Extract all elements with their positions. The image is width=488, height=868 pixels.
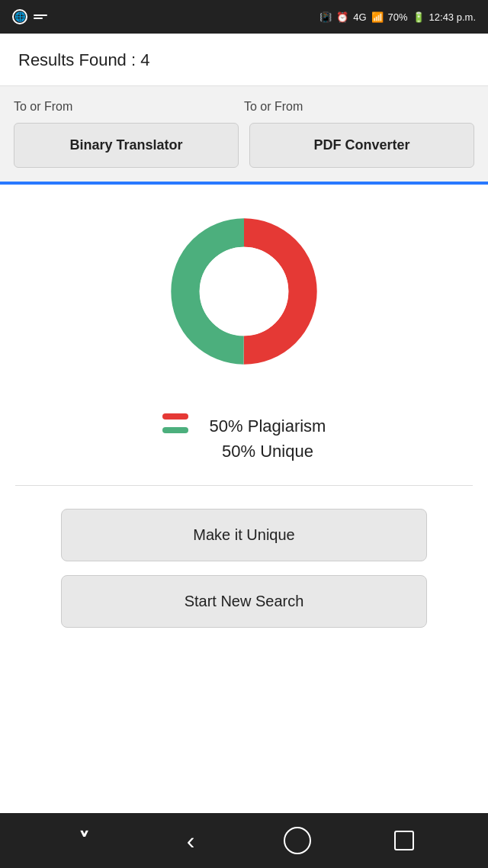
signal-label: 4G (353, 11, 366, 23)
alarm-icon: ⏰ (336, 11, 348, 23)
signal-bars-icon: 📶 (371, 11, 384, 23)
status-right: 📳 ⏰ 4G 📶 70% 🔋 12:43 p.m. (319, 11, 476, 23)
nav-home-button[interactable] (281, 824, 314, 857)
nav-square-icon (394, 831, 414, 850)
pdf-converter-button[interactable]: PDF Converter (249, 123, 474, 168)
battery-label: 70% (388, 11, 408, 23)
tools-section: To or From To or From Binary Translator … (0, 86, 488, 175)
legend-green-bar (162, 427, 188, 433)
legend-items (162, 413, 188, 433)
legend-red-bar (162, 413, 188, 420)
nav-home-icon (284, 827, 311, 854)
unique-stat: 50% Unique (210, 439, 326, 464)
stats-text: 50% Plagiarism 50% Unique (210, 413, 326, 464)
legend-plagiarism (162, 413, 188, 420)
globe-icon: 🌐 (12, 9, 27, 24)
nav-recents-button[interactable] (387, 824, 421, 857)
tool-label-2: To or From (244, 100, 474, 114)
tool-label-1: To or From (14, 100, 244, 114)
donut-chart (160, 207, 328, 375)
legend-section: 50% Plagiarism 50% Unique (15, 413, 473, 486)
plagiarism-stat: 50% Plagiarism (210, 413, 326, 439)
make-unique-button[interactable]: Make it Unique (61, 509, 427, 561)
results-section: Results Found : 4 (0, 34, 488, 86)
nav-back-button[interactable] (174, 824, 207, 857)
chart-card: 50% Plagiarism 50% Unique Make it Unique… (0, 182, 488, 813)
bottom-nav (0, 813, 488, 868)
battery-icon: 🔋 (413, 11, 425, 23)
tools-labels: To or From To or From (14, 100, 474, 114)
action-buttons: Make it Unique Start New Search (15, 509, 473, 628)
nav-down-button[interactable] (67, 824, 101, 857)
time-label: 12:43 p.m. (429, 11, 476, 23)
start-new-search-button[interactable]: Start New Search (61, 575, 427, 628)
results-text: Results Found : 4 (18, 50, 149, 69)
main-content: Results Found : 4 To or From To or From … (0, 34, 488, 813)
binary-translator-button[interactable]: Binary Translator (14, 123, 239, 168)
legend-unique (162, 427, 188, 433)
status-left: 🌐 (12, 9, 47, 24)
news-icon (34, 11, 47, 22)
svg-point-2 (200, 247, 289, 336)
status-bar: 🌐 📳 ⏰ 4G 📶 70% 🔋 12:43 p.m. (0, 0, 488, 34)
vibrate-icon: 📳 (319, 11, 332, 23)
tools-buttons: Binary Translator PDF Converter (14, 123, 474, 168)
